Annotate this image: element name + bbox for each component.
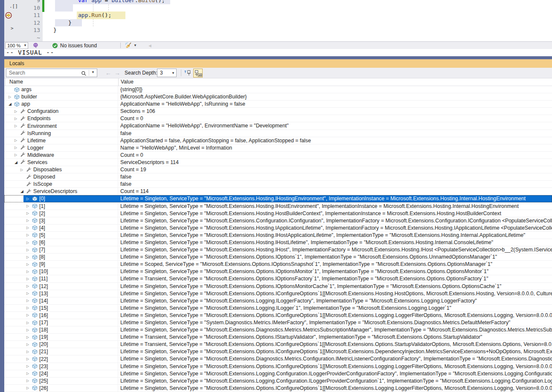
expander-expanded-icon[interactable]: ◢	[20, 189, 26, 193]
tree-row-i26i[interactable]: ▷[26]Lifetime = Singleton, ServiceType =…	[4, 385, 552, 392]
expander-collapsed-icon[interactable]: ▷	[26, 219, 32, 222]
tree-row-builder[interactable]: ▷builder{Microsoft.AspNetCore.Builder.We…	[4, 93, 552, 101]
tree-row-IsRunning[interactable]: IsRunningfalse	[4, 130, 552, 137]
nav-back-icon[interactable]: ←	[105, 68, 111, 78]
expander-collapsed-icon[interactable]: ▷	[26, 357, 32, 361]
chevron-down-icon[interactable]: ▼	[91, 70, 95, 74]
expander-collapsed-icon[interactable]: ▷	[26, 284, 32, 288]
expander-collapsed-icon[interactable]: ▷	[20, 168, 26, 172]
tree-row-i5i[interactable]: ▷[5]Lifetime = Singleton, ServiceType = …	[4, 232, 552, 239]
show-pinned-values-button[interactable]: ab	[193, 69, 203, 78]
expander-collapsed-icon[interactable]: ▷	[26, 262, 32, 266]
code-line[interactable]: 9var app = builder.Build();	[4, 0, 552, 4]
tree-row-i1i[interactable]: ▷[1]Lifetime = Singleton, ServiceType = …	[4, 203, 552, 210]
collapse-left-icon[interactable]: ◄	[148, 42, 152, 49]
tree-row-i13i[interactable]: ▷[13]Lifetime = Singleton, ServiceType =…	[4, 290, 552, 297]
expander-collapsed-icon[interactable]: ▷	[26, 328, 32, 332]
tree-row-Services[interactable]: ◢ServicesServiceDescriptors = 114	[4, 159, 552, 166]
tree-row-i24i[interactable]: ▷[24]Lifetime = Singleton, ServiceType =…	[4, 370, 552, 378]
zoom-level-combo[interactable]: 100 % ▼	[5, 42, 28, 49]
tree-row-i10i[interactable]: ▷[10]Lifetime = Singleton, ServiceType =…	[4, 268, 552, 275]
search-icon[interactable]	[81, 70, 87, 78]
expander-collapsed-icon[interactable]: ▷	[15, 153, 20, 157]
tree-row-Logger[interactable]: ▷LoggerName = "HelloWebApp", MinLevel = …	[4, 144, 552, 152]
expander-collapsed-icon[interactable]: ▷	[26, 204, 32, 208]
window-splitter[interactable]	[0, 56, 552, 59]
expander-collapsed-icon[interactable]: ▷	[26, 277, 32, 281]
expander-collapsed-icon[interactable]: ▷	[26, 248, 32, 252]
tree-row-i14i[interactable]: ▷[14]Lifetime = Singleton, ServiceType =…	[4, 297, 552, 305]
expander-collapsed-icon[interactable]: ▷	[26, 233, 32, 237]
code-line[interactable]: 11app.Run();	[4, 12, 552, 19]
tree-row-i21i[interactable]: ▷[21]Lifetime = Singleton, ServiceType =…	[4, 348, 552, 355]
expander-collapsed-icon[interactable]: ▷	[26, 255, 32, 259]
tree-row-Environment[interactable]: ▷EnvironmentApplicationName = "HelloWebA…	[4, 122, 552, 130]
tree-row-i6i[interactable]: ▷[6]Lifetime = Singleton, ServiceType = …	[4, 239, 552, 246]
expander-collapsed-icon[interactable]: ▷	[26, 343, 32, 346]
code-line[interactable]: ~	[4, 34, 552, 42]
nav-forward-icon[interactable]: →	[114, 68, 120, 78]
tree-row-i8i[interactable]: ▷[8]Lifetime = Singleton, ServiceType = …	[4, 254, 552, 261]
expander-collapsed-icon[interactable]: ▷	[26, 313, 32, 317]
code-editor[interactable]: .[] > 9var app = builder.Build();1011app…	[4, 0, 552, 41]
code-line[interactable]: 10	[4, 4, 552, 12]
tree-row-i19i[interactable]: ▷[19]Lifetime = Transient, ServiceType =…	[4, 334, 552, 341]
locals-title-bar[interactable]: Locals	[4, 59, 552, 68]
column-header-value[interactable]: Value	[121, 78, 134, 86]
code-line[interactable]: 12}	[4, 19, 552, 27]
tree-row-Disposables[interactable]: ▷DisposablesCount = 19	[4, 166, 552, 173]
expander-collapsed-icon[interactable]: ▷	[26, 306, 32, 310]
tree-row-i20i[interactable]: ▷[20]Lifetime = Transient, ServiceType =…	[4, 341, 552, 348]
search-input[interactable]	[6, 69, 81, 77]
search-box[interactable]: ▼	[6, 69, 97, 77]
expander-collapsed-icon[interactable]: ▷	[26, 364, 32, 368]
pin-to-source-button[interactable]: T	[183, 69, 192, 78]
expander-collapsed-icon[interactable]: ▷	[26, 291, 32, 295]
expander-collapsed-icon[interactable]: ▷	[26, 211, 32, 215]
column-resize-handle[interactable]	[118, 78, 119, 86]
tree-row-i0i[interactable]: ▷[0]Lifetime = Singleton, ServiceType = …	[4, 195, 552, 202]
expander-collapsed-icon[interactable]: ▷	[26, 335, 32, 339]
tree-row-Middleware[interactable]: ▷MiddlewareCount = 0	[4, 152, 552, 159]
tree-row-i22i[interactable]: ▷[22]Lifetime = Singleton, ServiceType =…	[4, 355, 552, 363]
expander-collapsed-icon[interactable]: ▷	[15, 110, 20, 113]
expander-collapsed-icon[interactable]: ▷	[15, 117, 20, 121]
tree-row-i15i[interactable]: ▷[15]Lifetime = Singleton, ServiceType =…	[4, 305, 552, 312]
expander-expanded-icon[interactable]: ◢	[15, 160, 20, 164]
tree-row-i25i[interactable]: ▷[25]Lifetime = Singleton, ServiceType =…	[4, 378, 552, 385]
expander-collapsed-icon[interactable]: ▷	[26, 197, 32, 201]
expander-collapsed-icon[interactable]: ▷	[26, 379, 32, 383]
tree-row-IsScope[interactable]: IsScopefalse	[4, 181, 552, 188]
tree-row-Disposed[interactable]: Disposedfalse	[4, 173, 552, 181]
tree-row-i2i[interactable]: ▷[2]Lifetime = Singleton, ServiceType = …	[4, 210, 552, 217]
chevron-down-icon[interactable]: ▼	[134, 43, 137, 47]
tree-row-ServiceDescriptors[interactable]: ◢ServiceDescriptorsCount = 114	[4, 188, 552, 195]
expander-collapsed-icon[interactable]: ▷	[26, 270, 32, 274]
expander-collapsed-icon[interactable]: ▷	[26, 226, 32, 230]
tree-row-args[interactable]: args{string[0]}	[4, 86, 552, 93]
expander-collapsed-icon[interactable]: ▷	[26, 386, 32, 390]
expander-collapsed-icon[interactable]: ▷	[26, 350, 32, 354]
tree-row-i18i[interactable]: ▷[18]Lifetime = Singleton, ServiceType =…	[4, 326, 552, 334]
tree-row-Endpoints[interactable]: ▷EndpointsCount = 0	[4, 115, 552, 122]
tree-row-i7i[interactable]: ▷[7]Lifetime = Singleton, ServiceType = …	[4, 246, 552, 254]
expander-collapsed-icon[interactable]: ▷	[26, 241, 32, 245]
issues-status-text[interactable]: No issues found	[60, 42, 97, 49]
expander-collapsed-icon[interactable]: ▷	[26, 299, 32, 303]
expander-collapsed-icon[interactable]: ▷	[9, 95, 14, 99]
tree-row-i4i[interactable]: ▷[4]Lifetime = Singleton, ServiceType = …	[4, 225, 552, 232]
tree-row-Configuration[interactable]: ▷ConfigurationSections = 106	[4, 108, 552, 115]
tree-row-app[interactable]: ◢appApplicationName = "HelloWebApp", IsR…	[4, 101, 552, 108]
tree-row-Lifetime[interactable]: ▷LifetimeApplicationStarted = false, App…	[4, 137, 552, 144]
search-depth-combo[interactable]: 3 ▼	[157, 69, 177, 77]
column-header-name[interactable]: Name	[9, 78, 23, 86]
code-line[interactable]: 13}	[4, 26, 552, 34]
expander-collapsed-icon[interactable]: ▷	[15, 124, 20, 128]
tree-row-i3i[interactable]: ▷[3]Lifetime = Singleton, ServiceType = …	[4, 217, 552, 225]
expander-collapsed-icon[interactable]: ▷	[26, 372, 32, 375]
tree-row-i23i[interactable]: ▷[23]Lifetime = Singleton, ServiceType =…	[4, 363, 552, 370]
tree-row-i11i[interactable]: ▷[11]Lifetime = Transient, ServiceType =…	[4, 275, 552, 282]
expander-collapsed-icon[interactable]: ▷	[26, 321, 32, 325]
tree-row-i12i[interactable]: ▷[12]Lifetime = Singleton, ServiceType =…	[4, 283, 552, 290]
tree-row-i17i[interactable]: ▷[17]Lifetime = Singleton, ServiceType =…	[4, 319, 552, 326]
